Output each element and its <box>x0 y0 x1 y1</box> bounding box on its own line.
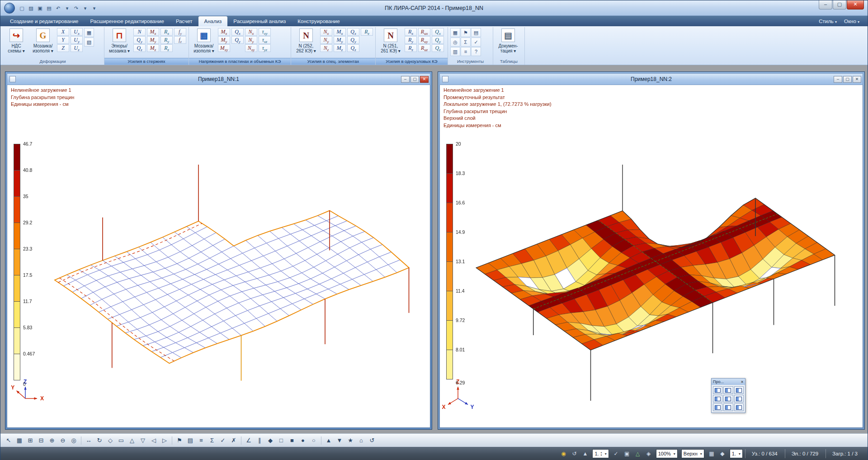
letter-button[interactable]: Rz <box>160 44 173 52</box>
maximize-button[interactable]: ▢ <box>833 0 846 9</box>
parallel-tool[interactable]: ∥ <box>254 435 265 446</box>
open-file-icon[interactable]: ▨ <box>27 4 35 13</box>
letter-button[interactable]: Qy <box>133 36 146 44</box>
letter-button[interactable]: fz <box>174 36 186 44</box>
new-file-icon[interactable]: ▢ <box>18 4 26 13</box>
ribbon-tab[interactable]: Анализ <box>198 16 228 26</box>
letter-button[interactable]: My <box>218 36 230 44</box>
nds-schemes-button[interactable]: ↪НДСсхемы ▾ <box>4 28 29 53</box>
mark-tool[interactable]: ★ <box>345 435 356 446</box>
previous-view-tool[interactable]: ↺ <box>367 435 377 446</box>
letter-button[interactable]: Ny <box>320 36 332 44</box>
selection-icon[interactable]: ▣ <box>622 449 632 458</box>
letter-button[interactable]: Nxy <box>245 44 257 52</box>
flag-fragment-tool[interactable]: ⚑ <box>174 435 185 446</box>
plate-mosaic-button[interactable]: ▦Мозаика/изополя ▾ <box>191 28 217 53</box>
minimize-button[interactable]: – <box>819 0 832 9</box>
letter-button[interactable]: τxz <box>259 36 271 44</box>
front-view-tool[interactable]: ▭ <box>116 435 127 446</box>
close-button[interactable]: ✕ <box>847 0 864 9</box>
zoom-in-tool[interactable]: ⊕ <box>47 435 57 446</box>
apply-tool[interactable]: ✓ <box>217 435 228 446</box>
cancel-tool[interactable]: ✗ <box>228 435 239 446</box>
element-select-tool[interactable]: □ <box>276 435 287 446</box>
history-icon[interactable]: ↺ <box>569 449 579 458</box>
sum-tool-icon[interactable]: Σ <box>461 38 471 47</box>
move-up-tool[interactable]: ▲ <box>323 435 334 446</box>
epure-mosaic-button[interactable]: ⊓Эпюры/мозаика ▾ <box>107 28 132 53</box>
ribbon-tab[interactable]: Создание и редактирование <box>4 16 85 26</box>
documentation-button[interactable]: ▤Докумен-тация ▾ <box>495 28 521 53</box>
proj-right-button[interactable] <box>723 403 733 411</box>
check-tool-icon[interactable]: ✓ <box>471 38 481 47</box>
find-tool-icon[interactable]: ◎ <box>450 38 460 47</box>
letter-button[interactable]: τyz <box>259 44 271 52</box>
layer-combo[interactable]: Верхн▾ <box>681 449 704 458</box>
stage-combo[interactable]: 1.▾ <box>730 449 743 458</box>
letter-button[interactable]: Mz <box>334 44 346 52</box>
letter-button[interactable]: Uz <box>71 44 83 52</box>
letter-button[interactable]: Ux <box>71 28 83 36</box>
letter-button[interactable]: Nz <box>320 44 332 52</box>
child-close-button[interactable]: ✕ <box>853 76 861 83</box>
scale-combo[interactable]: 100%▾ <box>656 449 678 458</box>
qat-customize-arrow[interactable]: ▾ <box>90 4 99 13</box>
letter-button[interactable]: Qx <box>231 28 244 36</box>
letter-button[interactable]: Qy <box>432 36 444 44</box>
model-view[interactable] <box>7 85 430 427</box>
letter-button[interactable]: Ry <box>405 36 417 44</box>
ribbon-tab[interactable]: Расчет <box>170 16 198 26</box>
raise-icon[interactable]: ▲ <box>580 449 590 458</box>
letter-button[interactable]: Rz <box>405 44 417 52</box>
child-minimize-button[interactable]: – <box>834 76 842 83</box>
letter-button[interactable]: Ny <box>245 36 257 44</box>
bottom-view-tool[interactable]: ▽ <box>137 435 148 446</box>
letter-button[interactable]: Rx <box>160 28 173 36</box>
model-view[interactable] <box>440 85 863 427</box>
letter-button[interactable]: Ruy <box>418 36 430 44</box>
proj-left-button[interactable] <box>713 403 722 411</box>
letter-button[interactable]: τxy <box>259 28 271 36</box>
sum-tool[interactable]: Σ <box>207 435 217 446</box>
angle-tool[interactable]: ∠ <box>243 435 254 446</box>
ribbon-tab[interactable]: Конструирование <box>292 16 345 26</box>
single-node-forces-button[interactable]: NN (251,261 КЭ) ▾ <box>378 28 403 53</box>
letter-button[interactable]: Nx <box>320 28 332 36</box>
pan-tool[interactable]: ↔ <box>83 435 94 446</box>
projections-panel-titlebar[interactable]: Про...✕ <box>712 379 745 385</box>
loadcase-combo[interactable]: 1.▴▾▾ <box>592 449 609 458</box>
letter-button[interactable]: Z <box>57 44 69 52</box>
proj-yoz-button[interactable] <box>734 386 744 394</box>
letter-button[interactable]: Ry <box>160 36 173 44</box>
letter-button[interactable]: Mxy <box>218 44 230 52</box>
child-window-titlebar[interactable]: Пример18_NN:1–▢✕ <box>7 73 430 85</box>
letter-button[interactable]: X <box>57 28 69 36</box>
close-icon[interactable]: ✕ <box>741 380 744 384</box>
ribbon-menu[interactable]: Стиль ▾ <box>819 19 837 24</box>
letter-button[interactable]: fy <box>174 28 186 36</box>
child-minimize-button[interactable]: – <box>401 76 410 83</box>
flag-tool-icon[interactable]: ⚑ <box>461 28 471 37</box>
isometric-view-tool[interactable]: ◇ <box>105 435 116 446</box>
redo-history-arrow[interactable]: ▾ <box>81 4 90 13</box>
letter-button[interactable]: Qz <box>432 44 444 52</box>
child-restore-button[interactable]: ▢ <box>843 76 852 83</box>
help-tool-icon[interactable]: ? <box>471 47 481 56</box>
letter-button[interactable]: Mx <box>218 28 230 36</box>
table-tool-icon[interactable]: ▥ <box>450 47 460 56</box>
child-restore-button[interactable]: ▢ <box>410 76 419 83</box>
fragment-tool[interactable]: ▦ <box>14 435 25 446</box>
deformed-scheme-icon[interactable]: ▦ <box>84 28 94 37</box>
grid-toggle-icon[interactable]: ▦ <box>707 449 717 458</box>
zoom-back-tool[interactable]: ⊟ <box>36 435 47 446</box>
node-select-tool[interactable]: ◆ <box>265 435 276 446</box>
app-logo-icon[interactable] <box>4 3 15 14</box>
redo-icon[interactable]: ↷ <box>72 4 80 13</box>
letter-button[interactable]: N <box>133 28 146 36</box>
letter-button[interactable]: Ruz <box>418 44 430 52</box>
proj-front-button[interactable] <box>723 395 733 403</box>
right-view-tool[interactable]: ▷ <box>159 435 170 446</box>
ribbon-menu[interactable]: Окно ▾ <box>844 19 859 24</box>
fit-view-tool[interactable]: ◎ <box>68 435 79 446</box>
list-tool[interactable]: ≡ <box>196 435 207 446</box>
